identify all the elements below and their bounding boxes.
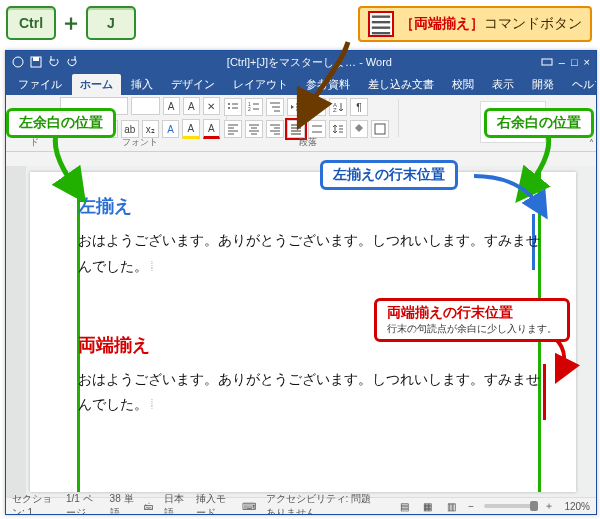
keyboard-icon: 🖮: [144, 501, 154, 512]
label-justify-eol: 両端揃えの行末位置 行末の句読点が余白に少し入ります。: [374, 298, 570, 342]
ribbon-options-icon[interactable]: [541, 56, 553, 68]
cursor-icon: ⸽: [148, 396, 155, 412]
view-print-icon[interactable]: ▦: [421, 497, 435, 515]
a11y-icon: ⌨: [242, 501, 256, 512]
grow-font-button[interactable]: A: [163, 97, 180, 115]
callout-bracket-text: ［両端揃え］: [400, 15, 484, 33]
view-web-icon[interactable]: ▥: [445, 497, 459, 515]
autosave-icon[interactable]: [12, 56, 24, 68]
svg-rect-7: [542, 59, 552, 65]
tab-developer[interactable]: 開発: [524, 74, 562, 95]
callout-rest-text: コマンドボタン: [484, 15, 582, 33]
group-label-paragraph: 段落: [218, 136, 398, 149]
paragraph-left-align: おはようございます。ありがとうございます。しつれいします。すみませんでした。⸽: [78, 228, 540, 278]
tab-review[interactable]: 校閲: [444, 74, 482, 95]
status-accessibility[interactable]: アクセシビリティ: 問題ありません: [266, 492, 378, 515]
tab-design[interactable]: デザイン: [163, 74, 223, 95]
svg-rect-6: [33, 57, 39, 61]
svg-text:2: 2: [248, 106, 251, 112]
close-button[interactable]: ×: [584, 56, 590, 68]
label-right-margin: 右余白の位置: [484, 108, 594, 138]
callout-arrow: [300, 38, 380, 132]
tab-layout[interactable]: レイアウト: [225, 74, 296, 95]
zoom-in-button[interactable]: ＋: [544, 499, 554, 513]
plus-icon: ＋: [60, 8, 82, 38]
tab-home[interactable]: ホーム: [72, 74, 121, 95]
shrink-font-button[interactable]: A: [183, 97, 200, 115]
font-size-select[interactable]: [131, 97, 159, 115]
tab-insert[interactable]: 挿入: [123, 74, 161, 95]
left-margin-arrow: [44, 132, 94, 206]
key-j: J: [86, 6, 136, 40]
undo-icon[interactable]: [48, 56, 60, 68]
svg-point-4: [13, 57, 23, 67]
status-words[interactable]: 38 単語: [110, 492, 134, 515]
key-ctrl: Ctrl: [6, 6, 56, 40]
left-align-eol-arrow: [470, 170, 560, 224]
label-left-margin: 左余白の位置: [6, 108, 116, 138]
status-page[interactable]: 1/1 ページ: [66, 492, 100, 515]
maximize-button[interactable]: □: [571, 56, 578, 68]
navigation-gutter: [6, 166, 26, 498]
label-justify-eol-sub: 行末の句読点が余白に少し入ります。: [387, 322, 557, 336]
zoom-out-button[interactable]: −: [468, 501, 474, 512]
status-language[interactable]: 日本語: [164, 492, 186, 515]
zoom-level[interactable]: 120%: [564, 501, 590, 512]
tab-view[interactable]: 表示: [484, 74, 522, 95]
statusbar: セクション: 1 1/1 ページ 38 単語 🖮 日本語 挿入モード ⌨ アクセ…: [6, 497, 596, 514]
save-icon[interactable]: [30, 56, 42, 68]
tab-file[interactable]: ファイル: [10, 74, 70, 95]
ribbon-collapse-icon[interactable]: ˄: [589, 138, 594, 149]
status-insert-mode[interactable]: 挿入モード: [196, 492, 232, 515]
svg-point-10: [228, 103, 230, 105]
justify-callout: ［両端揃え］ コマンドボタン: [358, 6, 592, 42]
cursor-icon: ⸽: [148, 258, 155, 274]
status-section[interactable]: セクション: 1: [12, 492, 56, 515]
bullets-button[interactable]: [224, 98, 242, 116]
minimize-button[interactable]: –: [559, 56, 565, 68]
shortcut-hint: Ctrl ＋ J: [6, 6, 136, 40]
zoom-slider[interactable]: [484, 504, 534, 508]
view-read-icon[interactable]: ▤: [398, 497, 412, 515]
label-left-align-eol: 左揃えの行末位置: [320, 160, 458, 190]
tab-help[interactable]: ヘルプ: [564, 74, 597, 95]
numbering-button[interactable]: 12: [245, 98, 263, 116]
justify-icon: [368, 11, 394, 37]
redo-icon[interactable]: [66, 56, 78, 68]
paragraph-justify: おはようございます。ありがとうございます。しつれいします。すみませんでした。⸽: [78, 367, 540, 417]
svg-point-12: [228, 107, 230, 109]
multilevel-button[interactable]: [266, 98, 284, 116]
